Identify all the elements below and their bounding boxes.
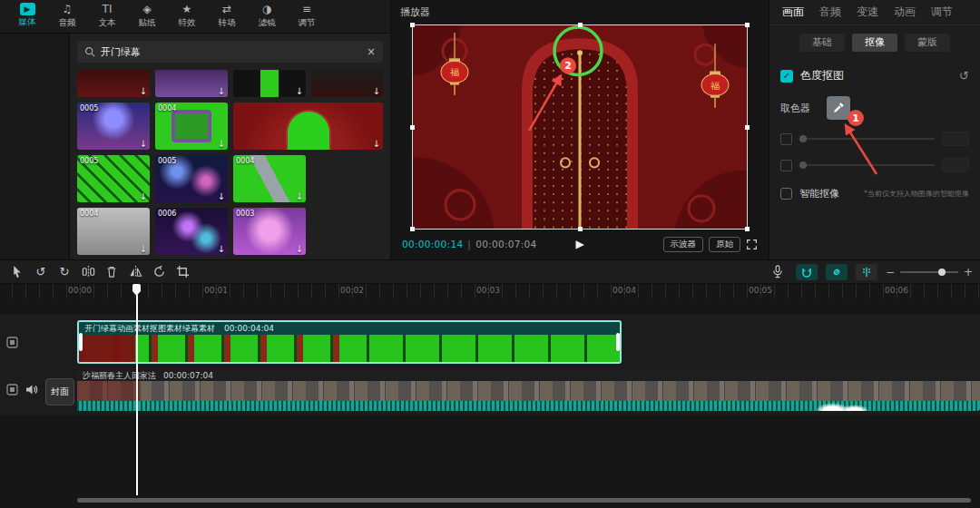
- shadow-slider[interactable]: [799, 164, 935, 166]
- resize-handle[interactable]: [578, 23, 583, 27]
- clip-trim-handle-left[interactable]: [79, 333, 83, 351]
- player-canvas[interactable]: 福 福 2: [413, 25, 747, 229]
- player-controls: 00:00:00:14|00:00:07:04 ▶ 示波器 原始: [391, 236, 769, 252]
- delete-icon[interactable]: [102, 263, 122, 281]
- download-icon[interactable]: ↓: [218, 86, 225, 96]
- tab-audio[interactable]: 音频: [819, 5, 841, 20]
- download-icon[interactable]: ↓: [296, 86, 303, 96]
- toolbar-item-media[interactable]: ▶ 媒体: [7, 3, 47, 28]
- play-button[interactable]: ▶: [575, 238, 583, 250]
- download-icon[interactable]: ↓: [296, 244, 303, 254]
- download-icon[interactable]: ↓: [140, 139, 147, 149]
- resize-handle[interactable]: [745, 227, 750, 231]
- resize-handle[interactable]: [410, 227, 415, 231]
- search-bar[interactable]: 开门绿幕 ×: [77, 41, 383, 63]
- subtab-basic[interactable]: 基础: [799, 34, 845, 52]
- linkage-icon[interactable]: [826, 264, 848, 280]
- intensity-value-box[interactable]: [942, 132, 969, 146]
- ruler-label: 00:02: [340, 286, 364, 295]
- mirror-icon[interactable]: [125, 263, 145, 281]
- media-item[interactable]: 0004 ↓: [233, 155, 306, 202]
- toolbar-item-label: 调节: [299, 17, 316, 29]
- preview-axis-icon[interactable]: [856, 264, 877, 280]
- download-icon[interactable]: ↓: [373, 139, 380, 149]
- scope-button[interactable]: 示波器: [663, 237, 704, 252]
- media-item[interactable]: 0005 ↓: [77, 103, 150, 150]
- media-item[interactable]: 0006 ↓: [155, 208, 228, 255]
- media-item[interactable]: ↓: [311, 70, 383, 97]
- horizontal-scrollbar[interactable]: [77, 498, 971, 503]
- split-icon[interactable]: [78, 263, 98, 281]
- track1-options-icon[interactable]: [6, 337, 18, 348]
- download-icon[interactable]: ↓: [296, 191, 303, 201]
- speaker-icon[interactable]: [25, 384, 38, 396]
- media-item[interactable]: 0004 ↓: [155, 103, 228, 150]
- slider-knob[interactable]: [799, 135, 807, 142]
- crop-icon[interactable]: [172, 263, 192, 281]
- smart-keying-checkbox[interactable]: [780, 188, 792, 200]
- subtab-keying[interactable]: 抠像: [852, 34, 897, 52]
- media-item[interactable]: ↓: [233, 70, 306, 97]
- rotate-icon[interactable]: [149, 263, 169, 281]
- toolbar-item-transition[interactable]: ⇄ 转场: [207, 3, 247, 29]
- redo-icon[interactable]: ↻: [54, 263, 74, 281]
- undo-icon[interactable]: ↺: [31, 263, 51, 281]
- cover-button[interactable]: 封面: [45, 378, 74, 405]
- media-item[interactable]: ↓: [77, 70, 150, 97]
- eyedropper-button[interactable]: [827, 96, 850, 120]
- toolbar-item-effects[interactable]: ★ 特效: [167, 3, 207, 29]
- zoom-out-icon[interactable]: −: [886, 266, 895, 278]
- slider-knob[interactable]: [799, 161, 807, 169]
- download-icon[interactable]: ↓: [218, 191, 225, 201]
- toolbar-item-filter[interactable]: ◑ 滤镜: [247, 3, 287, 29]
- zoom-in-icon[interactable]: +: [964, 266, 973, 278]
- media-item[interactable]: 0005 ↓: [155, 155, 228, 202]
- toolbar-item-sticker[interactable]: ◈ 贴纸: [127, 3, 167, 29]
- audio-waveform: [77, 401, 980, 411]
- tab-animation[interactable]: 动画: [894, 5, 916, 20]
- magnet-icon[interactable]: [796, 264, 818, 280]
- reset-icon[interactable]: ↺: [959, 69, 969, 83]
- toolbar-item-text[interactable]: TI 文本: [87, 3, 127, 29]
- zoom-slider[interactable]: [900, 271, 958, 273]
- playhead[interactable]: [132, 284, 141, 498]
- zoom-knob[interactable]: [938, 269, 946, 276]
- search-input-value[interactable]: 开门绿幕: [101, 45, 141, 59]
- smart-keying-row: 智能抠像 *当前仅支持人物图像的智能抠像: [780, 187, 969, 200]
- timeline-ruler[interactable]: 00:00 00:01 00:02 00:03 00:04 00:05 00:0…: [0, 284, 980, 298]
- chroma-key-checkbox[interactable]: ✓: [780, 70, 793, 83]
- media-item[interactable]: 0003 ↓: [233, 208, 306, 255]
- download-icon[interactable]: ↓: [140, 244, 147, 254]
- green-screen-clip[interactable]: 开门绿幕动画素材抠图素材绿幕素材 00:00:04:04: [77, 320, 622, 364]
- clear-search-icon[interactable]: ×: [367, 45, 376, 58]
- resize-handle[interactable]: [578, 227, 583, 231]
- tab-picture[interactable]: 画面: [782, 5, 804, 20]
- media-item-selected[interactable]: ↓: [233, 103, 383, 150]
- tab-adjust[interactable]: 调节: [931, 5, 953, 20]
- download-icon[interactable]: ↓: [373, 86, 380, 96]
- toolbar-item-audio[interactable]: ♫ 音频: [47, 3, 87, 29]
- download-icon[interactable]: ↓: [218, 244, 225, 254]
- main-video-clip[interactable]: 沙福丽春主人回家法 00:00:07:04: [77, 370, 980, 411]
- download-icon[interactable]: ↓: [140, 191, 147, 201]
- media-item[interactable]: 0004 ↓: [77, 208, 150, 255]
- media-item[interactable]: ↓: [155, 70, 228, 97]
- select-tool-icon[interactable]: [7, 263, 27, 281]
- resize-handle[interactable]: [745, 125, 750, 130]
- subtab-mask[interactable]: 蒙版: [905, 34, 950, 52]
- tab-speed[interactable]: 变速: [857, 5, 878, 20]
- original-button[interactable]: 原始: [709, 237, 740, 252]
- download-icon[interactable]: ↓: [140, 86, 147, 96]
- fullscreen-icon[interactable]: [746, 239, 758, 250]
- resize-handle[interactable]: [745, 23, 750, 27]
- toolbar-item-adjust[interactable]: ≡ 调节: [287, 3, 327, 29]
- record-audio-icon[interactable]: [768, 263, 788, 281]
- media-item[interactable]: 0005 ↓: [77, 155, 150, 202]
- clip-trim-handle-right[interactable]: [616, 333, 620, 351]
- resize-handle[interactable]: [410, 125, 415, 130]
- download-icon[interactable]: ↓: [218, 139, 225, 149]
- shadow-value-box[interactable]: [942, 158, 969, 172]
- track2-options-icon[interactable]: [6, 384, 18, 396]
- resize-handle[interactable]: [410, 23, 415, 27]
- intensity-slider[interactable]: [799, 138, 935, 140]
